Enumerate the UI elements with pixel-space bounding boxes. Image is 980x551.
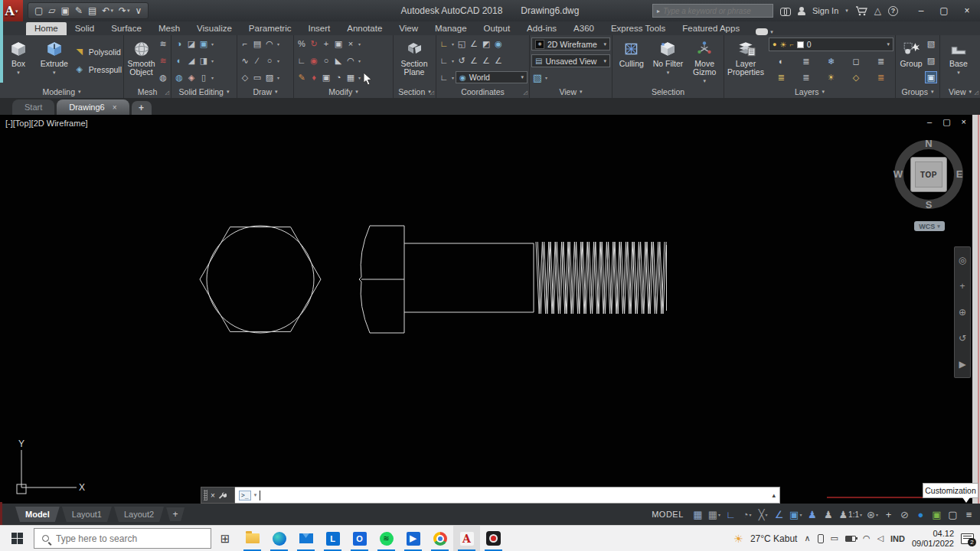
ribbon-tab-view[interactable]: View — [390, 22, 426, 35]
spotify-taskbar-button[interactable]: ≋ — [373, 526, 400, 551]
rotate-icon[interactable]: ◉ — [308, 54, 320, 67]
layer-lock-icon[interactable]: ◻ — [850, 55, 862, 67]
trim-icon[interactable]: ◣ — [332, 54, 345, 67]
named-view-dropdown[interactable]: ▤ Unsaved View ▾ — [531, 54, 610, 67]
ucs-origin-icon[interactable]: ◩ — [480, 37, 492, 50]
panel-expand-icon[interactable]: ◿ — [165, 90, 169, 96]
ucs-named-icon[interactable]: ◱ — [456, 37, 468, 50]
align-dropdown-icon[interactable]: ▾ — [357, 41, 362, 47]
model-space-label[interactable]: MODEL — [645, 510, 690, 519]
pan-icon[interactable]: + — [959, 281, 965, 292]
group-edit-icon[interactable]: ▨ — [925, 54, 937, 67]
polygon-icon[interactable]: ◇ — [239, 71, 251, 83]
snap-mode-button[interactable]: ▦▾ — [706, 505, 723, 523]
ucs-x-icon[interactable]: ∠ — [468, 54, 480, 67]
box-button[interactable]: Box▾ — [2, 37, 35, 85]
new-drawing-tab-button[interactable]: + — [132, 101, 152, 115]
taskbar-search-input[interactable] — [56, 533, 203, 544]
undo-button[interactable]: ↶▾ — [102, 5, 113, 16]
open-file-button[interactable]: ▱ — [48, 5, 55, 16]
ribbon-tab-annotate[interactable]: Annotate — [338, 22, 390, 35]
redo-dropdown-icon[interactable]: ▾ — [127, 8, 130, 14]
customization-menu-button[interactable]: ≡ — [961, 505, 977, 523]
ribbon-tab-parametric[interactable]: Parametric — [240, 22, 300, 35]
view-cube-tool-icon[interactable]: ▧ — [531, 71, 544, 83]
ucs-y-icon[interactable]: ∠ — [480, 54, 492, 67]
extrude-faces-icon[interactable]: ◪ — [185, 37, 198, 50]
ribbon-tab-mesh[interactable]: Mesh — [150, 22, 188, 35]
point-icon[interactable]: ♦ — [308, 71, 320, 83]
layer-match-icon[interactable]: ≣ — [875, 71, 887, 83]
base-button[interactable]: Base▾ — [942, 37, 975, 85]
task-view-button[interactable]: ⊞ — [211, 526, 239, 551]
object-snap-button[interactable]: ▣▾ — [787, 505, 804, 523]
sign-in-button[interactable]: Sign In — [812, 6, 838, 15]
union-icon[interactable]: ◑ — [173, 37, 185, 50]
layer-make-current-icon[interactable]: ≣ — [875, 55, 887, 67]
presspull-button[interactable]: ◈Presspull — [74, 64, 122, 76]
ucs-view-button[interactable]: ∟ — [438, 71, 450, 83]
autoscale-button[interactable]: ♟ — [820, 505, 836, 523]
compass-north[interactable]: N — [923, 138, 935, 149]
circle-dropdown-icon[interactable]: ▾ — [276, 58, 281, 64]
ribbon-tab-manage[interactable]: Manage — [426, 22, 475, 35]
hatch-dropdown-icon[interactable]: ▾ — [276, 75, 281, 80]
move-icon[interactable]: + — [320, 37, 332, 50]
hatch-icon[interactable]: ▨ — [263, 71, 276, 83]
help-icon[interactable]: ? — [888, 6, 898, 16]
circle-icon[interactable]: ○ — [263, 54, 276, 67]
new-file-button[interactable]: ▢ — [34, 5, 43, 16]
a360-icon[interactable]: △ — [874, 5, 881, 16]
language-indicator[interactable]: IND — [890, 534, 905, 543]
ribbon-tab-visualize[interactable]: Visualize — [188, 22, 240, 35]
ucs-world-dropdown[interactable]: ◉ World ▾ — [456, 71, 528, 83]
qat-menu-button[interactable]: ∨ — [135, 5, 142, 16]
grid-display-button[interactable]: ▦ — [690, 505, 706, 523]
edge-taskbar-button[interactable] — [266, 526, 292, 551]
layer-unisolate-icon[interactable]: ≣ — [800, 71, 812, 83]
annotation-scale-dropdown-icon[interactable]: ▾ — [860, 512, 862, 517]
array-icon[interactable]: ○ — [320, 54, 332, 67]
save-as-button[interactable]: ✎ — [75, 5, 83, 16]
layer-properties-button[interactable]: Layer Properties — [726, 37, 766, 85]
subtract-icon[interactable]: ◐ — [173, 54, 185, 67]
ucs-world-axis-icon[interactable]: ∠ — [468, 37, 480, 50]
ribbon-tab-add-ins[interactable]: Add-ins — [518, 22, 565, 35]
ucs-previous-dropdown-icon[interactable]: ▾ — [450, 58, 456, 64]
display-icon[interactable]: ▭ — [831, 533, 838, 543]
ucs-dropdown-icon[interactable]: ▾ — [450, 41, 456, 47]
weather-icon[interactable]: ☀ — [733, 533, 743, 545]
help-search-box[interactable]: ▸ — [652, 4, 773, 18]
section-plane-button[interactable]: Section Plane — [395, 37, 433, 85]
compass-east[interactable]: E — [953, 168, 965, 180]
save-file-button[interactable]: ▣ — [61, 5, 70, 16]
ucs-z-icon[interactable]: ∠ — [492, 54, 505, 67]
ribbon-tab-home[interactable]: Home — [26, 22, 67, 35]
undo-dropdown-icon[interactable]: ▾ — [110, 8, 113, 14]
graphics-performance-button[interactable]: ▣ — [929, 505, 945, 523]
thicken-icon[interactable]: ▯ — [198, 71, 210, 83]
maximize-button[interactable]: ▢ — [933, 0, 956, 21]
mesh-refine-icon[interactable]: ◍ — [157, 71, 169, 83]
right-scrollbar-strip[interactable] — [972, 115, 980, 504]
tray-chevron-icon[interactable]: ∧ — [804, 533, 810, 543]
slice-dropdown-icon[interactable]: ▾ — [210, 58, 215, 64]
smooth-object-button[interactable]: Smooth Object — [126, 37, 157, 85]
ribbon-tab-output[interactable]: Output — [475, 22, 519, 35]
taper-faces-icon[interactable]: ◢ — [185, 54, 198, 67]
your-phone-icon[interactable] — [818, 534, 824, 543]
polyline-icon[interactable]: ⌐ — [239, 37, 251, 50]
imprint-icon[interactable]: ▣ — [198, 37, 210, 50]
ribbon-tab-featured-apps[interactable]: Featured Apps — [674, 22, 748, 35]
weather-label[interactable]: 27°C Kabut — [750, 533, 798, 544]
panel-expand-icon[interactable]: ◿ — [430, 90, 434, 96]
viewport-controls-label[interactable]: [-][Top][2D Wireframe] — [5, 119, 88, 128]
layout2-tab[interactable]: Layout2 — [114, 507, 164, 522]
ucs-icon[interactable]: ∟ — [438, 37, 450, 50]
ribbon-tab-a360[interactable]: A360 — [565, 22, 603, 35]
movies-tv-taskbar-button[interactable]: ▶ — [400, 526, 426, 551]
rectangle-icon[interactable]: ▭ — [251, 71, 263, 83]
isometric-drafting-dropdown-icon[interactable]: ▾ — [766, 512, 768, 517]
hardware-acceleration-button[interactable]: ● — [913, 505, 929, 523]
o-app-taskbar-button[interactable]: O — [346, 526, 373, 551]
